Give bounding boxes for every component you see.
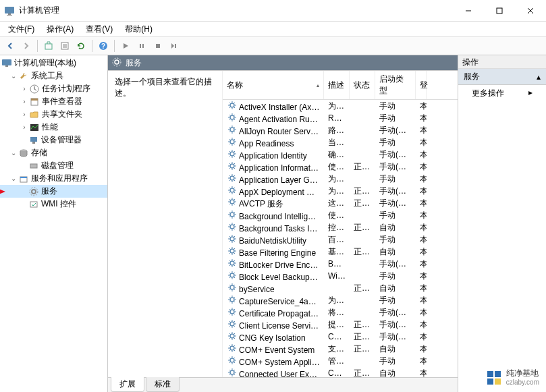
column-description[interactable]: 描述 — [324, 71, 350, 99]
service-row[interactable]: CaptureService_4aeb7ca为调...手动本 — [223, 294, 458, 306]
service-row[interactable]: Background Intelligent Tra...使用...手动本 — [223, 209, 458, 221]
tree-performance[interactable]: › 性能 — [0, 121, 107, 134]
service-row[interactable]: BitLocker Drive Encryption ...BDE...手动(触… — [223, 258, 458, 270]
service-row[interactable]: ActiveX Installer (AxInstSV)为从...手动本 — [223, 100, 458, 112]
service-row[interactable]: Connected User Experienc...Con...正在...自动… — [223, 367, 458, 377]
services-prompt: 选择一个项目来查看它的描述。 — [115, 77, 212, 98]
menu-help[interactable]: 帮助(H) — [119, 22, 158, 36]
folder-share-icon — [29, 109, 40, 120]
service-logon-cell: 本 — [416, 137, 427, 148]
forward-button[interactable] — [19, 38, 34, 53]
svg-rect-29 — [20, 177, 27, 178]
help-button[interactable]: ? — [96, 38, 111, 53]
expand-icon[interactable]: › — [20, 85, 28, 93]
tree-label: 存储 — [31, 147, 47, 159]
device-icon — [28, 135, 39, 146]
svg-point-39 — [230, 152, 234, 156]
more-actions[interactable]: 更多操作 ▸ — [458, 85, 546, 102]
column-name[interactable]: 名称▴ — [223, 71, 324, 99]
close-button[interactable] — [515, 0, 546, 22]
service-row[interactable]: App Readiness当用...手动本 — [223, 136, 458, 148]
service-name: ActiveX Installer (AxInstSV) — [239, 103, 324, 112]
service-row[interactable]: AllJoyn Router Service路由...手动(触发...本 — [223, 124, 458, 136]
service-desc-cell: Con... — [324, 368, 350, 377]
tree-system-tools[interactable]: ⌄ 系统工具 — [0, 69, 107, 82]
expand-icon[interactable]: › — [20, 98, 28, 106]
gear-icon — [227, 282, 238, 293]
service-row[interactable]: AVCTP 服务这是...正在...手动(触发...本 — [223, 197, 458, 209]
service-name: Connected User Experienc... — [239, 370, 324, 377]
tab-standard[interactable]: 标准 — [146, 377, 180, 392]
service-logon-cell: 本 — [416, 234, 427, 246]
tab-extended[interactable]: 扩展 — [111, 377, 144, 392]
service-name-cell: Base Filtering Engine — [223, 246, 324, 258]
service-desc-cell: CNG... — [324, 332, 350, 341]
svg-rect-60 — [495, 371, 501, 377]
up-button[interactable] — [41, 38, 56, 53]
collapse-icon[interactable]: ⌄ — [9, 175, 18, 183]
stop-service-button[interactable] — [151, 38, 165, 53]
svg-rect-18 — [2, 59, 11, 65]
svg-point-54 — [230, 334, 234, 338]
service-row[interactable]: Application Identity确定...手动(触发...本 — [223, 148, 458, 161]
tree-storage[interactable]: ⌄ 存储 — [0, 146, 107, 159]
actions-section[interactable]: 服务 ▴ — [458, 69, 546, 85]
expand-icon[interactable]: › — [20, 123, 28, 132]
column-logon[interactable]: 登 — [416, 71, 427, 99]
svg-point-38 — [230, 140, 234, 144]
service-row[interactable]: BaiduNetdiskUtility百度...手动本 — [223, 233, 458, 246]
service-row[interactable]: Certificate Propagation将用...手动(触发...本 — [223, 306, 458, 318]
service-name: Application Layer Gateway ... — [239, 175, 324, 185]
service-row[interactable]: COM+ Event System支持...正在...自动本 — [223, 343, 458, 355]
service-logon-cell: 本 — [416, 210, 427, 221]
expand-icon[interactable]: › — [20, 111, 28, 119]
restart-service-button[interactable] — [167, 38, 182, 53]
properties-button[interactable] — [57, 38, 72, 53]
service-name: BitLocker Drive Encryption ... — [239, 260, 324, 270]
service-name: BaiduNetdiskUtility — [239, 236, 306, 246]
tree-root[interactable]: 计算机管理(本地) — [0, 57, 107, 69]
service-row[interactable]: Client License Service (Clip...提供...正在..… — [223, 318, 458, 331]
service-row[interactable]: byService正在...自动本 — [223, 282, 458, 294]
tree-event-viewer[interactable]: › 事件查看器 — [0, 95, 107, 108]
service-row[interactable]: COM+ System Application管理...手动本 — [223, 355, 458, 367]
refresh-button[interactable] — [74, 38, 88, 53]
pause-service-button[interactable] — [134, 38, 149, 53]
service-row[interactable]: CNG Key IsolationCNG...正在...手动(触发...本 — [223, 331, 458, 343]
column-startup-type[interactable]: 启动类型 — [375, 71, 416, 99]
tree-shared-folders[interactable]: › 共享文件夹 — [0, 108, 107, 121]
column-status[interactable]: 状态 — [350, 71, 375, 99]
tree-panel[interactable]: 计算机管理(本地) ⌄ 系统工具 › 任务计划程序 › 事件查看器 › 共享文件… — [0, 55, 108, 392]
back-button[interactable] — [3, 38, 18, 53]
service-row[interactable]: AppX Deployment Service (...为部...正在...手动… — [223, 185, 458, 197]
service-logon-cell: 本 — [416, 295, 427, 306]
tree-device-manager[interactable]: 设备管理器 — [0, 134, 107, 146]
collapse-icon[interactable]: ⌄ — [9, 149, 18, 157]
service-row[interactable]: Application Layer Gateway ...为 In...手动本 — [223, 173, 458, 185]
list-body[interactable]: ActiveX Installer (AxInstSV)为从...手动本Agen… — [223, 100, 458, 377]
tree-task-scheduler[interactable]: › 任务计划程序 — [0, 82, 107, 95]
service-row[interactable]: Block Level Backup Engine ...Win...手动本 — [223, 270, 458, 282]
wmi-icon — [28, 199, 39, 210]
menu-action[interactable]: 操作(A) — [41, 22, 79, 36]
menu-view[interactable]: 查看(V) — [80, 22, 118, 36]
tree-services-apps[interactable]: ⌄ 服务和应用程序 — [0, 172, 107, 185]
tree-wmi-control[interactable]: WMI 控件 — [0, 198, 107, 211]
collapse-icon[interactable]: ⌄ — [9, 72, 18, 80]
start-service-button[interactable] — [118, 38, 133, 53]
service-row[interactable]: Application Information使用...正在...手动(触发..… — [223, 161, 458, 173]
tree-disk-management[interactable]: 磁盘管理 — [0, 159, 107, 172]
menu-file[interactable]: 文件(F) — [3, 22, 40, 36]
service-startup-cell: 自动 — [375, 343, 416, 355]
svg-point-48 — [230, 261, 234, 265]
minimize-button[interactable] — [453, 0, 484, 22]
tree-label: WMI 控件 — [41, 198, 76, 210]
tree-services[interactable]: 服务 — [0, 185, 107, 198]
maximize-button[interactable] — [484, 0, 515, 22]
service-name: App Readiness — [239, 139, 294, 148]
service-row[interactable]: Agent Activation Runtime_...Runt...手动本 — [223, 112, 458, 124]
service-startup-cell: 手动 — [375, 137, 416, 148]
service-name-cell: BitLocker Drive Encryption ... — [223, 258, 324, 270]
service-row[interactable]: Background Tasks Infrastru...控制...正在...自… — [223, 221, 458, 233]
service-row[interactable]: Base Filtering Engine基本...正在...自动本 — [223, 246, 458, 258]
